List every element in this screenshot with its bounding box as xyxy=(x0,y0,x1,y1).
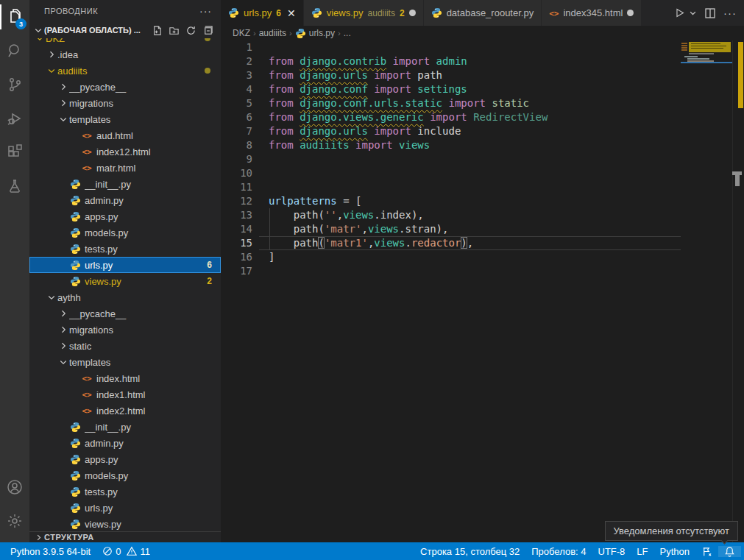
run-debug-activity-button[interactable] xyxy=(0,102,29,135)
source-control-activity-button[interactable] xyxy=(0,68,29,102)
breadcrumb-item-audiiits[interactable]: audiiits xyxy=(259,28,286,38)
tree-item-aud-html[interactable]: <>aud.html xyxy=(29,127,221,143)
code-line-5[interactable]: 5from django.conf.urls.static import sta… xyxy=(221,96,744,110)
tree-item-label: aud.html xyxy=(96,130,221,141)
run-file-button[interactable] xyxy=(673,7,686,19)
tree-item-urls-py[interactable]: urls.py6 xyxy=(29,257,221,273)
tree-item-index1-html[interactable]: <>index1.html xyxy=(29,386,221,403)
code-line-14[interactable]: 14 path('matr',views.stran), xyxy=(221,222,744,236)
code-line-10[interactable]: 10 xyxy=(221,166,744,180)
problems-status[interactable]: 0 11 xyxy=(96,546,156,557)
line-number: 7 xyxy=(221,124,259,138)
tree-item-templates[interactable]: templates xyxy=(29,111,221,127)
tree-item-views-py[interactable]: views.py2 xyxy=(29,273,221,289)
eol-status[interactable]: LF xyxy=(631,546,653,557)
python-icon xyxy=(311,7,322,18)
tab-index345-html[interactable]: <>index345.html xyxy=(542,0,642,26)
code-line-16[interactable]: 16] xyxy=(221,250,744,264)
run-dropdown-chevron-icon[interactable] xyxy=(689,9,697,17)
close-tab-icon[interactable]: ✕ xyxy=(287,7,296,19)
tree-item-index12-html[interactable]: <>index12.html xyxy=(29,143,221,160)
outline-section-header[interactable]: СТРУКТУРА xyxy=(29,531,221,542)
sidebar-more-actions-button[interactable]: ··· xyxy=(199,5,212,17)
code-line-12[interactable]: 12urlpatterns = [ xyxy=(221,194,744,208)
tree-item-label: views.py xyxy=(85,276,207,287)
tree-item-admin-py[interactable]: admin.py xyxy=(29,192,221,208)
code-line-17[interactable]: 17 xyxy=(221,264,744,278)
tree-item--init-py[interactable]: __init__.py xyxy=(29,419,221,435)
tree-item-DKZ[interactable]: DKZ xyxy=(29,38,221,46)
settings-button[interactable] xyxy=(0,504,29,538)
code-line-7[interactable]: 7from django.urls import include xyxy=(221,124,744,138)
tree-item-apps-py[interactable]: apps.py xyxy=(29,451,221,467)
tree-item-admin-py[interactable]: admin.py xyxy=(29,435,221,451)
breadcrumb-item--[interactable]: ... xyxy=(344,28,351,38)
minimap[interactable] xyxy=(681,40,732,542)
tree-item-static[interactable]: static xyxy=(29,338,221,354)
tree-item-models-py[interactable]: models.py xyxy=(29,467,221,483)
tree-item-urls-py[interactable]: urls.py xyxy=(29,500,221,516)
feedback-button[interactable] xyxy=(695,546,718,557)
search-activity-button[interactable] xyxy=(0,34,29,68)
tree-item-apps-py[interactable]: apps.py xyxy=(29,208,221,224)
tree-item--pycache-[interactable]: __pycache__ xyxy=(29,305,221,322)
encoding-status[interactable]: UTF-8 xyxy=(592,546,631,557)
code-line-2[interactable]: 2from django.contrib import admin xyxy=(221,54,744,68)
code-line-4[interactable]: 4from django.conf import settings xyxy=(221,82,744,96)
indentation-status[interactable]: Пробелов: 4 xyxy=(525,546,592,557)
line-number: 8 xyxy=(221,138,259,152)
code-line-3[interactable]: 3from django.urls import path xyxy=(221,68,744,82)
code-line-1[interactable]: 1 xyxy=(221,40,744,54)
tree-item-migrations[interactable]: migrations xyxy=(29,95,221,111)
code-line-15[interactable]: 15 path('matr1',views.redactor), xyxy=(221,236,744,250)
breadcrumb-item-DKZ[interactable]: DKZ xyxy=(233,28,250,38)
dirty-dot-icon[interactable] xyxy=(627,10,634,16)
python-icon xyxy=(69,519,81,530)
refresh-icon[interactable] xyxy=(185,25,196,36)
dirty-dot-icon[interactable] xyxy=(409,10,416,16)
tree-item-index2-html[interactable]: <>index2.html xyxy=(29,403,221,419)
more-actions-button[interactable]: ··· xyxy=(723,7,737,19)
code-line-13[interactable]: 13 path('',views.index), xyxy=(221,208,744,222)
tree-item-migrations[interactable]: migrations xyxy=(29,322,221,338)
testing-activity-button[interactable] xyxy=(0,169,29,203)
scrollbar[interactable] xyxy=(732,40,744,542)
explorer-activity-button[interactable]: 3 xyxy=(0,0,29,34)
tab-urls-py[interactable]: urls.py6✕ xyxy=(221,0,304,26)
tree-item-tests-py[interactable]: tests.py xyxy=(29,241,221,257)
sidebar-title-row: ПРОВОДНИК ··· xyxy=(29,0,221,22)
code-line-9[interactable]: 9 xyxy=(221,152,744,166)
tree-item-templates[interactable]: templates xyxy=(29,354,221,370)
breadcrumb-item-urls-py[interactable]: urls.py xyxy=(295,28,335,39)
code-editor[interactable]: 12from django.contrib import admin3from … xyxy=(221,40,744,542)
tree-item-label: __pycache__ xyxy=(69,308,221,319)
tree-item-views-py[interactable]: views.py xyxy=(29,516,221,531)
collapse-folders-button[interactable] xyxy=(202,25,213,36)
new-folder-button[interactable] xyxy=(169,25,180,36)
language-mode-status[interactable]: Python xyxy=(654,546,695,557)
workspace-section-header[interactable]: (РАБОЧАЯ ОБЛАСТЬ) ... xyxy=(29,22,221,38)
new-file-button[interactable] xyxy=(152,25,163,36)
code-line-text: ] xyxy=(259,250,274,264)
account-button[interactable] xyxy=(0,470,29,504)
tree-item--idea[interactable]: .idea xyxy=(29,46,221,63)
extensions-activity-button[interactable] xyxy=(0,135,29,169)
python-interpreter-status[interactable]: Python 3.9.5 64-bit xyxy=(4,546,96,557)
tree-item-index-html[interactable]: <>index.html xyxy=(29,370,221,386)
cursor-position-status[interactable]: Строка 15, столбец 32 xyxy=(414,546,525,557)
tree-item--pycache-[interactable]: __pycache__ xyxy=(29,79,221,95)
tree-item-tests-py[interactable]: tests.py xyxy=(29,483,221,500)
tree-item-aythh[interactable]: aythh xyxy=(29,289,221,305)
split-editor-button[interactable] xyxy=(704,7,716,19)
tab-views-py[interactable]: views.pyaudiiits2 xyxy=(304,0,424,26)
notifications-bell-button[interactable] xyxy=(718,546,741,557)
tree-item-matr-html[interactable]: <>matr.html xyxy=(29,160,221,176)
code-line-11[interactable]: 11 xyxy=(221,180,744,194)
tree-item--init-py[interactable]: __init__.py xyxy=(29,176,221,192)
tab-database-roouter-py[interactable]: database_roouter.py xyxy=(424,0,542,26)
code-line-8[interactable]: 8from audiiits import views xyxy=(221,138,744,152)
code-line-6[interactable]: 6from django.views.generic import Redire… xyxy=(221,110,744,124)
code-line-text xyxy=(259,180,269,194)
tree-item-audiiits[interactable]: audiiits xyxy=(29,63,221,79)
tree-item-models-py[interactable]: models.py xyxy=(29,224,221,241)
